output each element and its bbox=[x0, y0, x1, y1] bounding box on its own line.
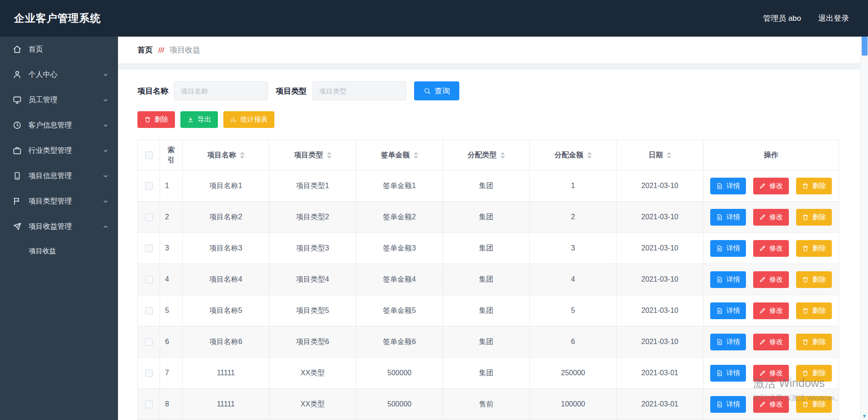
sidebar-item[interactable]: 客户信息管理 bbox=[0, 113, 118, 138]
edit-button-label: 修改 bbox=[769, 182, 783, 190]
trash-icon bbox=[802, 307, 809, 314]
table-row: 5项目名称5项目类型5签单金额5集团52021-03-10详情修改删除 bbox=[138, 295, 839, 326]
edit-button[interactable]: 修改 bbox=[753, 209, 789, 226]
detail-button[interactable]: 详情 bbox=[710, 271, 746, 288]
column-header[interactable]: 项目类型 bbox=[269, 140, 356, 170]
row-checkbox[interactable] bbox=[145, 245, 153, 252]
edit-button-label: 修改 bbox=[769, 275, 783, 284]
row-checkbox[interactable] bbox=[145, 369, 153, 377]
edit-button[interactable]: 修改 bbox=[753, 240, 789, 257]
edit-button[interactable]: 修改 bbox=[753, 178, 789, 194]
row-delete-button[interactable]: 删除 bbox=[796, 271, 832, 288]
sort-icon[interactable] bbox=[500, 152, 505, 159]
search-button[interactable]: 查询 bbox=[414, 81, 459, 100]
trash-icon bbox=[802, 245, 809, 252]
scrollbar-down-arrow[interactable]: ▼ bbox=[861, 413, 868, 419]
detail-icon bbox=[716, 214, 723, 221]
monitor-icon bbox=[13, 95, 22, 104]
row-delete-button[interactable]: 删除 bbox=[796, 240, 832, 257]
cell-alloc-amount: 3 bbox=[530, 233, 617, 264]
sidebar-item-label: 项目收益管理 bbox=[28, 222, 102, 231]
send-icon bbox=[13, 222, 22, 231]
column-header[interactable]: 分配金额 bbox=[530, 140, 617, 170]
row-delete-button[interactable]: 删除 bbox=[796, 334, 832, 350]
detail-button[interactable]: 详情 bbox=[710, 209, 746, 226]
row-delete-button[interactable]: 删除 bbox=[796, 365, 832, 382]
sort-icon[interactable] bbox=[587, 152, 592, 159]
detail-button[interactable]: 详情 bbox=[710, 365, 746, 382]
app-title: 企业客户管理系统 bbox=[14, 11, 101, 25]
header-actions: 管理员 abo 退出登录 bbox=[746, 13, 849, 24]
column-header[interactable]: 日期 bbox=[617, 140, 703, 170]
sort-icon[interactable] bbox=[414, 152, 418, 159]
sidebar-item[interactable]: 项目收益管理 bbox=[0, 214, 118, 239]
chevron-down-icon bbox=[102, 198, 109, 205]
cell-type: 项目类型2 bbox=[269, 202, 356, 233]
select-all-checkbox[interactable] bbox=[145, 151, 153, 159]
detail-button[interactable]: 详情 bbox=[710, 334, 746, 350]
project-type-input[interactable] bbox=[312, 81, 406, 100]
sidebar-item[interactable]: 项目信息管理 bbox=[0, 163, 118, 189]
toolbar: 删除 导出 统计报表 bbox=[137, 111, 860, 128]
row-delete-button-label: 删除 bbox=[812, 244, 826, 253]
table-row: 4项目名称4项目类型4签单金额4集团42021-03-10详情修改删除 bbox=[138, 264, 839, 295]
edit-button[interactable]: 修改 bbox=[753, 302, 789, 319]
current-user[interactable]: 管理员 abo bbox=[763, 13, 801, 24]
trash-icon bbox=[802, 370, 809, 377]
project-name-input[interactable] bbox=[174, 81, 268, 100]
sort-icon[interactable] bbox=[240, 152, 245, 159]
row-checkbox[interactable] bbox=[145, 276, 153, 283]
cell-alloc-type: 集团 bbox=[443, 233, 530, 264]
sidebar-subitem[interactable]: 项目收益 bbox=[0, 239, 118, 263]
row-delete-button[interactable]: 删除 bbox=[796, 396, 832, 413]
sort-icon[interactable] bbox=[327, 152, 331, 159]
sidebar-item[interactable]: 行业类型管理 bbox=[0, 138, 118, 163]
chevron-down-icon bbox=[102, 122, 109, 129]
chevron-down-icon bbox=[102, 147, 109, 154]
column-header[interactable]: 签单金额 bbox=[356, 140, 443, 170]
row-checkbox[interactable] bbox=[145, 182, 153, 190]
sidebar-item[interactable]: 个人中心 bbox=[0, 62, 118, 87]
sort-icon[interactable] bbox=[667, 152, 671, 159]
cell-index: 6 bbox=[160, 326, 183, 358]
edit-icon bbox=[759, 401, 766, 408]
column-header[interactable]: 分配类型 bbox=[443, 140, 530, 170]
scrollbar-thumb[interactable] bbox=[862, 37, 868, 56]
detail-button[interactable]: 详情 bbox=[710, 178, 746, 194]
detail-button-label: 详情 bbox=[726, 369, 740, 378]
column-header[interactable]: 项目名称 bbox=[183, 140, 269, 170]
sidebar-item[interactable]: 项目类型管理 bbox=[0, 189, 118, 214]
row-delete-button[interactable]: 删除 bbox=[796, 302, 832, 319]
row-checkbox[interactable] bbox=[145, 307, 153, 315]
sidebar-item[interactable]: 员工管理 bbox=[0, 87, 118, 113]
sidebar-item[interactable]: 首页 bbox=[0, 37, 118, 62]
row-delete-button[interactable]: 删除 bbox=[796, 209, 832, 226]
cell-sign-amount: 签单金额6 bbox=[356, 326, 443, 358]
report-button[interactable]: 统计报表 bbox=[223, 111, 274, 128]
logout-link[interactable]: 退出登录 bbox=[818, 13, 849, 24]
cell-index: 1 bbox=[160, 170, 183, 202]
row-delete-button[interactable]: 删除 bbox=[796, 178, 832, 194]
sidebar: 首页个人中心员工管理客户信息管理行业类型管理项目信息管理项目类型管理项目收益管理… bbox=[0, 37, 118, 420]
row-checkbox[interactable] bbox=[145, 213, 153, 221]
edit-button[interactable]: 修改 bbox=[753, 365, 789, 382]
row-checkbox[interactable] bbox=[145, 401, 153, 408]
table-header-row: 索引项目名称项目类型签单金额分配类型分配金额日期操作 bbox=[138, 140, 839, 170]
table-row: 811111XX类型500000售前1000002021-03-01详情修改删除 bbox=[138, 389, 839, 420]
scrollbar[interactable]: ▼ bbox=[860, 37, 868, 420]
content-card: 项目名称 项目类型 查询 删除 bbox=[118, 70, 860, 420]
delete-button[interactable]: 删除 bbox=[137, 111, 175, 128]
edit-button[interactable]: 修改 bbox=[753, 334, 789, 350]
breadcrumb-home[interactable]: 首页 bbox=[137, 45, 153, 55]
edit-button[interactable]: 修改 bbox=[753, 396, 789, 413]
row-checkbox[interactable] bbox=[145, 338, 153, 346]
detail-button[interactable]: 详情 bbox=[710, 302, 746, 319]
table-row: 2项目名称2项目类型2签单金额2集团22021-03-10详情修改删除 bbox=[138, 202, 839, 233]
app-header: 企业客户管理系统 管理员 abo 退出登录 bbox=[0, 0, 868, 37]
sidebar-subitem-label: 项目收益 bbox=[29, 247, 56, 255]
detail-button[interactable]: 详情 bbox=[710, 396, 746, 413]
export-button[interactable]: 导出 bbox=[180, 111, 218, 128]
edit-button[interactable]: 修改 bbox=[753, 271, 789, 288]
detail-icon bbox=[716, 183, 723, 189]
detail-button[interactable]: 详情 bbox=[710, 240, 746, 257]
